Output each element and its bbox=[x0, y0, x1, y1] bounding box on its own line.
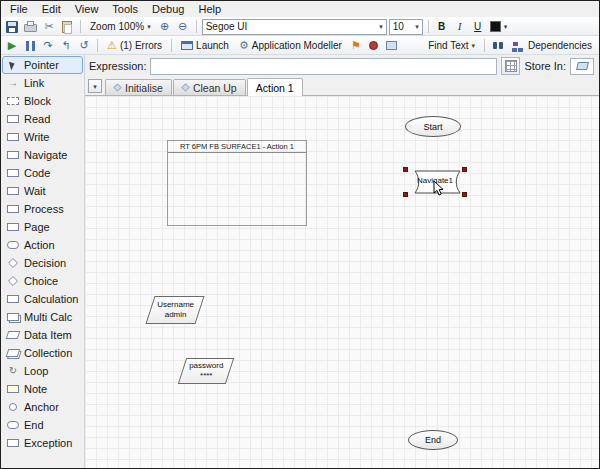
step-icon: ↷ bbox=[43, 40, 52, 51]
bold-button[interactable]: B bbox=[434, 19, 450, 35]
step-button[interactable]: ↷ bbox=[40, 38, 56, 54]
breakpoint-button[interactable] bbox=[366, 38, 382, 54]
data-item-name: Username bbox=[157, 300, 194, 310]
font-family-select[interactable]: Segoe UI ▾ bbox=[202, 19, 387, 35]
separator bbox=[484, 39, 485, 52]
play-icon: ▶ bbox=[8, 40, 16, 51]
tool-page[interactable]: Page bbox=[2, 218, 83, 236]
stage-action-block[interactable]: RT 6PM FB SURFACE1 - Action 1 bbox=[167, 140, 307, 226]
tool-loop[interactable]: ↻Loop bbox=[2, 362, 83, 380]
chevron-down-icon: ▾ bbox=[93, 83, 97, 90]
tool-link[interactable]: →Link bbox=[2, 74, 83, 92]
zoom-dropdown[interactable]: Zoom 100% ▾ bbox=[86, 19, 155, 35]
stage-end[interactable]: End bbox=[408, 430, 458, 450]
chevron-down-icon: ▾ bbox=[472, 42, 476, 49]
selection-handle-bl[interactable] bbox=[403, 192, 408, 197]
font-size-value: 10 bbox=[393, 21, 404, 32]
expression-input[interactable] bbox=[150, 58, 497, 75]
tool-label: Block bbox=[24, 95, 51, 107]
menu-help[interactable]: Help bbox=[191, 2, 228, 16]
stage-start[interactable]: Start bbox=[405, 116, 461, 137]
tab-clean-up[interactable]: Clean Up bbox=[173, 79, 246, 95]
expression-bar: Expression: Store In: bbox=[85, 55, 599, 77]
flow-canvas[interactable]: Start RT 6PM FB SURFACE1 - Action 1 Navi… bbox=[85, 96, 599, 468]
tool-multi-calc[interactable]: Multi Calc bbox=[2, 308, 83, 326]
selection-handle-tl[interactable] bbox=[403, 167, 408, 172]
flag-icon: ⚑ bbox=[351, 40, 361, 51]
tab-initialise[interactable]: Initialise bbox=[105, 79, 172, 95]
tool-wait[interactable]: Wait bbox=[2, 182, 83, 200]
tool-note[interactable]: Note bbox=[2, 380, 83, 398]
menu-tools[interactable]: Tools bbox=[105, 2, 145, 16]
stage-data-item-username[interactable]: Username admin bbox=[145, 296, 204, 324]
cut-button[interactable]: ✂ bbox=[41, 19, 57, 35]
tool-pointer[interactable]: Pointer bbox=[2, 56, 83, 74]
tab-label: Clean Up bbox=[193, 82, 237, 94]
tool-label: Collection bbox=[24, 347, 72, 359]
snapshot-button[interactable] bbox=[384, 38, 400, 54]
tool-end[interactable]: End bbox=[2, 416, 83, 434]
reset-button[interactable]: ↺ bbox=[76, 38, 92, 54]
selection-handle-br[interactable] bbox=[462, 192, 467, 197]
find-button[interactable] bbox=[490, 38, 506, 54]
errors-button[interactable]: ⚠ (1) Errors bbox=[103, 38, 166, 54]
data-item-value: admin bbox=[157, 310, 194, 320]
find-text-dropdown[interactable]: Find Text ▾ bbox=[424, 38, 479, 54]
menu-file[interactable]: File bbox=[3, 2, 35, 16]
navigate-icon bbox=[7, 151, 19, 159]
paste-button[interactable] bbox=[59, 19, 75, 35]
tool-read[interactable]: Read bbox=[2, 110, 83, 128]
tool-decision[interactable]: Decision bbox=[2, 254, 83, 272]
tool-write[interactable]: Write bbox=[2, 128, 83, 146]
tool-anchor[interactable]: Anchor bbox=[2, 398, 83, 416]
loop-icon: ↻ bbox=[7, 366, 19, 376]
save-button[interactable] bbox=[4, 19, 20, 35]
tool-navigate[interactable]: Navigate bbox=[2, 146, 83, 164]
tool-block[interactable]: Block bbox=[2, 92, 83, 110]
store-in-input[interactable] bbox=[570, 58, 594, 75]
tool-calculation[interactable]: Calculation bbox=[2, 290, 83, 308]
underline-button[interactable]: U bbox=[470, 19, 486, 35]
calculator-grid-icon bbox=[505, 60, 517, 72]
tab-action-1[interactable]: Action 1 bbox=[247, 78, 303, 96]
tool-action[interactable]: Action bbox=[2, 236, 83, 254]
font-color-button[interactable]: ▾ bbox=[488, 19, 510, 35]
main-panel: Expression: Store In: ▾ Initialise Clean… bbox=[85, 55, 599, 468]
multi-calc-icon bbox=[7, 313, 19, 321]
font-size-select[interactable]: 10 ▾ bbox=[389, 19, 423, 35]
application-modeller-button[interactable]: ⚙ Application Modeller bbox=[235, 38, 346, 54]
print-button[interactable] bbox=[22, 19, 39, 35]
tab-list-button[interactable]: ▾ bbox=[88, 79, 102, 93]
menu-edit[interactable]: Edit bbox=[35, 2, 68, 16]
tool-label: Multi Calc bbox=[24, 311, 72, 323]
zoom-in-button[interactable]: ⊕ bbox=[157, 19, 173, 35]
zoom-out-button[interactable]: ⊖ bbox=[175, 19, 191, 35]
tool-process[interactable]: Process bbox=[2, 200, 83, 218]
run-button[interactable]: ▶ bbox=[4, 38, 20, 54]
tool-label: Pointer bbox=[24, 59, 59, 71]
find-text-label: Find Text bbox=[428, 40, 468, 51]
menu-debug[interactable]: Debug bbox=[145, 2, 191, 16]
tool-exception[interactable]: Exception bbox=[2, 434, 83, 452]
tool-label: Anchor bbox=[24, 401, 59, 413]
tool-code[interactable]: Code bbox=[2, 164, 83, 182]
tool-label: Read bbox=[24, 113, 50, 125]
italic-button[interactable]: I bbox=[452, 19, 468, 35]
tool-choice[interactable]: Choice bbox=[2, 272, 83, 290]
reset-icon: ↺ bbox=[79, 40, 88, 51]
menu-view[interactable]: View bbox=[68, 2, 106, 16]
selection-handle-tr[interactable] bbox=[462, 167, 467, 172]
tool-data-item[interactable]: Data Item bbox=[2, 326, 83, 344]
stage-data-item-password[interactable]: password **** bbox=[178, 358, 234, 384]
tool-label: Process bbox=[24, 203, 64, 215]
tool-collection[interactable]: Collection bbox=[2, 344, 83, 362]
step-out-button[interactable]: ↰ bbox=[58, 38, 74, 54]
dependencies-button[interactable]: Dependencies bbox=[508, 38, 596, 54]
flag-button[interactable]: ⚑ bbox=[348, 38, 364, 54]
clipboard-icon bbox=[62, 21, 72, 33]
launch-button[interactable]: Launch bbox=[177, 38, 233, 54]
expression-editor-button[interactable] bbox=[501, 57, 520, 75]
pause-button[interactable] bbox=[22, 38, 38, 54]
page-icon bbox=[181, 83, 189, 91]
separator bbox=[171, 39, 172, 52]
